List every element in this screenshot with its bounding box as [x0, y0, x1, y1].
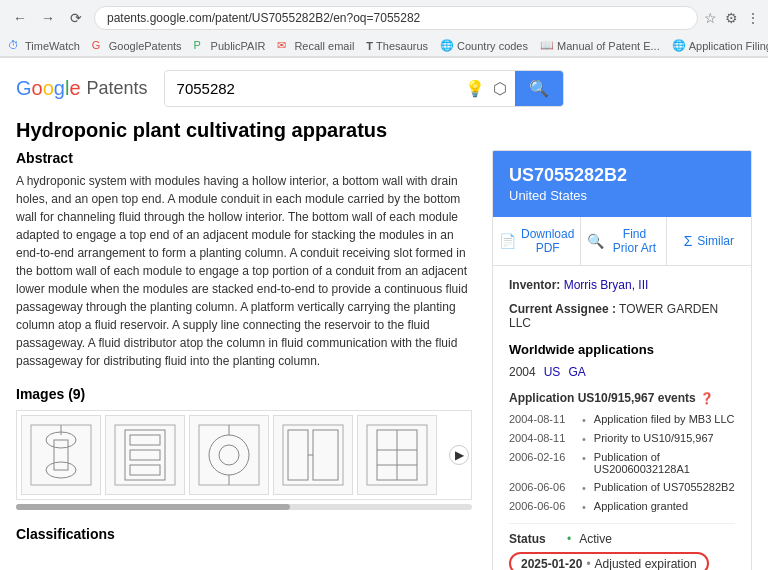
- search-bar: 💡 ⬡ 🔍: [164, 70, 564, 107]
- svg-rect-8: [130, 450, 160, 460]
- patent-image-2-svg: [110, 420, 180, 490]
- lens-icon[interactable]: ⬡: [493, 79, 507, 98]
- find-prior-art-label: Find Prior Art: [609, 227, 659, 255]
- event-desc-3: Publication of US7055282B2: [594, 481, 735, 493]
- svg-point-12: [219, 445, 239, 465]
- bookmark-thesaurus-icon: T: [366, 40, 373, 52]
- abstract-section: Abstract A hydroponic system with module…: [16, 150, 472, 370]
- events-title-text: Application US10/915,967 events: [509, 391, 696, 405]
- find-prior-art-button[interactable]: 🔍 Find Prior Art: [581, 217, 666, 265]
- worldwide-year: 2004: [509, 365, 536, 379]
- images-section: Images (9): [16, 386, 472, 510]
- bookmark-timewatch-icon: ⏱: [8, 39, 22, 53]
- expiry-date: 2025-01-20: [521, 557, 582, 571]
- worldwide-ga-link[interactable]: GA: [568, 365, 585, 379]
- images-scrollbar: [16, 504, 472, 510]
- bookmark-appfiling-icon: 🌐: [672, 39, 686, 53]
- event-dot-2: •: [582, 452, 586, 464]
- events-title: Application US10/915,967 events ❓: [509, 391, 735, 405]
- patent-image-4-svg: [278, 420, 348, 490]
- svg-rect-17: [313, 430, 338, 480]
- patent-info-panel: US7055282B2 United States 📄 Download PDF…: [492, 150, 752, 570]
- patent-image-5-svg: [362, 420, 432, 490]
- patent-image-4[interactable]: [273, 415, 353, 495]
- expiry-circle: 2025-01-20 • Adjusted expiration: [509, 552, 709, 570]
- browser-toolbar: ← → ⟳ patents.google.com/patent/US705528…: [0, 0, 768, 36]
- event-date-1: 2004-08-11: [509, 432, 574, 444]
- bookmark-googlepatents[interactable]: G GooglePatents: [92, 39, 182, 53]
- bookmark-appfiling[interactable]: 🌐 Application Filing G...: [672, 39, 768, 53]
- panel-actions: 📄 Download PDF 🔍 Find Prior Art Σ Simila…: [493, 217, 751, 266]
- worldwide-us-link[interactable]: US: [544, 365, 561, 379]
- expiry-dot: •: [586, 557, 590, 570]
- abstract-text: A hydroponic system with modules having …: [16, 172, 472, 370]
- logo: Google Patents: [16, 77, 148, 100]
- event-dot-4: •: [582, 501, 586, 513]
- inventor-link[interactable]: Morris Bryan, III: [564, 278, 649, 292]
- worldwide-year-links: 2004 US GA: [509, 365, 735, 379]
- star-icon[interactable]: ☆: [704, 10, 717, 26]
- address-bar[interactable]: patents.google.com/patent/US7055282B2/en…: [94, 6, 698, 30]
- back-button[interactable]: ←: [8, 6, 32, 30]
- panel-body: Inventor: Morris Bryan, III Current Assi…: [493, 266, 751, 570]
- toolbar-icons: ☆ ⚙ ⋮: [704, 10, 760, 26]
- bookmark-manual[interactable]: 📖 Manual of Patent E...: [540, 39, 660, 53]
- logo-patents-text: Patents: [87, 78, 148, 99]
- images-scroll-right[interactable]: ▶: [449, 445, 469, 465]
- search-button[interactable]: 🔍: [515, 71, 563, 106]
- bookmark-timewatch[interactable]: ⏱ TimeWatch: [8, 39, 80, 53]
- worldwide-title: Worldwide applications: [509, 342, 735, 357]
- search-input[interactable]: [165, 72, 457, 105]
- status-dot: •: [567, 532, 571, 546]
- patent-image-5[interactable]: [357, 415, 437, 495]
- event-dot-0: •: [582, 414, 586, 426]
- event-desc-4: Application granted: [594, 500, 735, 512]
- inventor-value: Morris Bryan, III: [564, 278, 649, 292]
- classifications-section: Classifications: [16, 526, 472, 542]
- search-icons: 💡 ⬡: [457, 79, 515, 98]
- svg-rect-7: [130, 435, 160, 445]
- left-column: Abstract A hydroponic system with module…: [16, 150, 472, 570]
- patent-image-2[interactable]: [105, 415, 185, 495]
- event-date-0: 2004-08-11: [509, 413, 574, 425]
- extension-icon[interactable]: ⚙: [725, 10, 738, 26]
- panel-country: United States: [509, 188, 735, 203]
- voice-search-icon[interactable]: 💡: [465, 79, 485, 98]
- events-help-icon[interactable]: ❓: [700, 392, 714, 405]
- event-date-3: 2006-06-06: [509, 481, 574, 493]
- images-heading: Images (9): [16, 386, 472, 402]
- page-header: Google Patents 💡 ⬡ 🔍: [0, 58, 768, 107]
- similar-button[interactable]: Σ Similar: [667, 217, 751, 265]
- bookmarks-bar: ⏱ TimeWatch G GooglePatents P PublicPAIR…: [0, 36, 768, 57]
- panel-header: US7055282B2 United States: [493, 151, 751, 217]
- event-row-2: 2006-02-16 • Publication of US2006003212…: [509, 451, 735, 475]
- patent-image-3[interactable]: [189, 415, 269, 495]
- bookmark-recall[interactable]: ✉ Recall email: [277, 39, 354, 53]
- event-desc-0: Application filed by MB3 LLC: [594, 413, 735, 425]
- menu-icon[interactable]: ⋮: [746, 10, 760, 26]
- similar-icon: Σ: [684, 233, 693, 249]
- find-prior-art-icon: 🔍: [587, 233, 604, 249]
- event-date-4: 2006-06-06: [509, 500, 574, 512]
- patent-title: Hydroponic plant cultivating apparatus: [0, 107, 768, 150]
- panel-patent-number: US7055282B2: [509, 165, 735, 186]
- bookmark-thesaurus[interactable]: T Thesaurus: [366, 40, 428, 52]
- reload-button[interactable]: ⟳: [64, 6, 88, 30]
- nav-buttons: ← → ⟳: [8, 6, 88, 30]
- event-row-0: 2004-08-11 • Application filed by MB3 LL…: [509, 413, 735, 426]
- event-dot-1: •: [582, 433, 586, 445]
- download-pdf-label: Download PDF: [521, 227, 574, 255]
- svg-rect-5: [115, 425, 175, 485]
- bookmark-countrycodes[interactable]: 🌐 Country codes: [440, 39, 528, 53]
- patent-image-1[interactable]: [21, 415, 101, 495]
- status-row: Status • Active: [509, 523, 735, 546]
- svg-rect-6: [125, 430, 165, 480]
- main-content: Abstract A hydroponic system with module…: [0, 150, 768, 570]
- event-date-2: 2006-02-16: [509, 451, 574, 463]
- svg-point-11: [209, 435, 249, 475]
- bookmark-publicpair[interactable]: P PublicPAIR: [194, 39, 266, 53]
- download-pdf-button[interactable]: 📄 Download PDF: [493, 217, 581, 265]
- forward-button[interactable]: →: [36, 6, 60, 30]
- images-strip: ▶: [16, 410, 472, 500]
- event-desc-2: Publication of US20060032128A1: [594, 451, 735, 475]
